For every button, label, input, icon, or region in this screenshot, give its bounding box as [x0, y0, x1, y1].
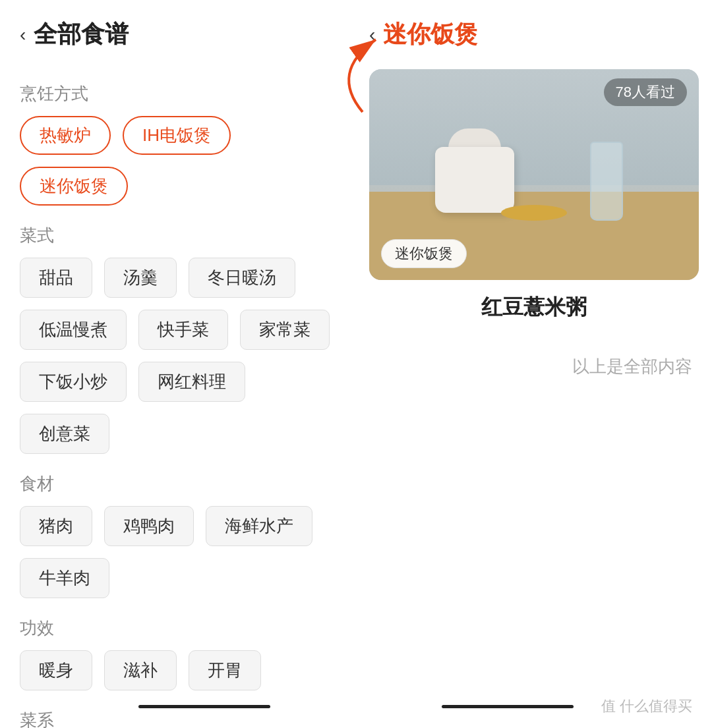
tag-mini-rice[interactable]: 迷你饭煲 [20, 167, 128, 206]
back-button-left[interactable]: ‹ [20, 24, 26, 45]
bottom-lines [0, 705, 712, 708]
recipe-card[interactable]: 78人看过 迷你饭煲 红豆薏米粥 [369, 69, 699, 329]
function-tags: 暖身 滋补 开胃 [20, 650, 330, 690]
tag-dessert[interactable]: 甜品 [20, 258, 92, 298]
tag-internet-food[interactable]: 网红料理 [138, 362, 245, 402]
bottom-line-left [138, 705, 270, 708]
tag-seafood[interactable]: 海鲜水产 [206, 506, 312, 546]
tag-stir-fry[interactable]: 下饭小炒 [20, 362, 127, 402]
cooking-method-tags: 热敏炉 IH电饭煲 迷你饭煲 [20, 116, 330, 206]
tag-quick-cook[interactable]: 快手菜 [138, 310, 228, 350]
section-function: 功效 暖身 滋补 开胃 [20, 617, 330, 690]
section-dish-type: 菜式 甜品 汤羹 冬日暖汤 低温慢煮 快手菜 家常菜 下饭小炒 网红料理 创意菜 [20, 224, 330, 454]
section-label-dish: 菜式 [20, 224, 330, 247]
tag-nourish[interactable]: 滋补 [104, 650, 177, 690]
tag-slow-cook[interactable]: 低温慢煮 [20, 310, 127, 350]
dish-tags-row2: 低温慢煮 快手菜 家常菜 [20, 310, 330, 350]
tag-poultry[interactable]: 鸡鸭肉 [104, 506, 194, 546]
tag-appetite[interactable]: 开胃 [189, 650, 261, 690]
right-header: ‹ 迷你饭煲 [369, 0, 699, 64]
right-page-title: 迷你饭煲 [383, 18, 478, 51]
tag-beef-mutton[interactable]: 牛羊肉 [20, 558, 109, 598]
tag-warm-body[interactable]: 暖身 [20, 650, 92, 690]
recipe-name: 红豆薏米粥 [369, 293, 699, 322]
section-label-function: 功效 [20, 617, 330, 640]
section-label-cooking: 烹饪方式 [20, 82, 330, 105]
image-glass [587, 128, 626, 221]
tag-warm-soup[interactable]: 冬日暖汤 [189, 258, 295, 298]
tag-soup[interactable]: 汤羹 [104, 258, 177, 298]
glass-body [590, 142, 623, 221]
recipe-image: 78人看过 迷你饭煲 [369, 69, 699, 280]
tag-creative[interactable]: 创意菜 [20, 414, 109, 454]
image-cooker [429, 134, 521, 213]
dish-tags-row1: 甜品 汤羹 冬日暖汤 [20, 258, 330, 298]
section-label-ingredient: 食材 [20, 472, 330, 495]
tag-pork[interactable]: 猪肉 [20, 506, 92, 546]
ingredient-tags-row2: 牛羊肉 [20, 558, 330, 598]
back-button-right[interactable]: ‹ [369, 24, 375, 45]
left-panel: ‹ 全部食谱 烹饪方式 热敏炉 IH电饭煲 迷你饭煲 菜式 甜品 汤羹 冬日暖汤… [0, 0, 349, 728]
tag-hot-pot[interactable]: 热敏炉 [20, 116, 111, 155]
section-cooking-method: 烹饪方式 热敏炉 IH电饭煲 迷你饭煲 [20, 82, 330, 206]
dish-tags-row3: 下饭小炒 网红料理 创意菜 [20, 362, 330, 454]
left-page-title: 全部食谱 [34, 18, 129, 51]
left-header: ‹ 全部食谱 [20, 0, 330, 64]
section-ingredient: 食材 猪肉 鸡鸭肉 海鲜水产 牛羊肉 [20, 472, 330, 598]
ingredient-tags-row1: 猪肉 鸡鸭肉 海鲜水产 [20, 506, 330, 546]
bottom-line-right [442, 705, 574, 708]
section-cuisine: 菜系 韩式 粤菜 川菜 [20, 709, 330, 728]
tag-ih-rice[interactable]: IH电饭煲 [123, 116, 231, 155]
end-of-content: 以上是全部内容 [369, 355, 699, 378]
recipe-tag-badge: 迷你饭煲 [381, 239, 467, 268]
cooker-body [435, 147, 514, 213]
view-count-badge: 78人看过 [604, 78, 687, 106]
right-panel: ‹ 迷你饭煲 78人看过 迷你饭煲 红豆薏米粥 以上是全部内容 [356, 0, 712, 728]
section-label-cuisine: 菜系 [20, 709, 330, 728]
tag-home-cook[interactable]: 家常菜 [240, 310, 330, 350]
